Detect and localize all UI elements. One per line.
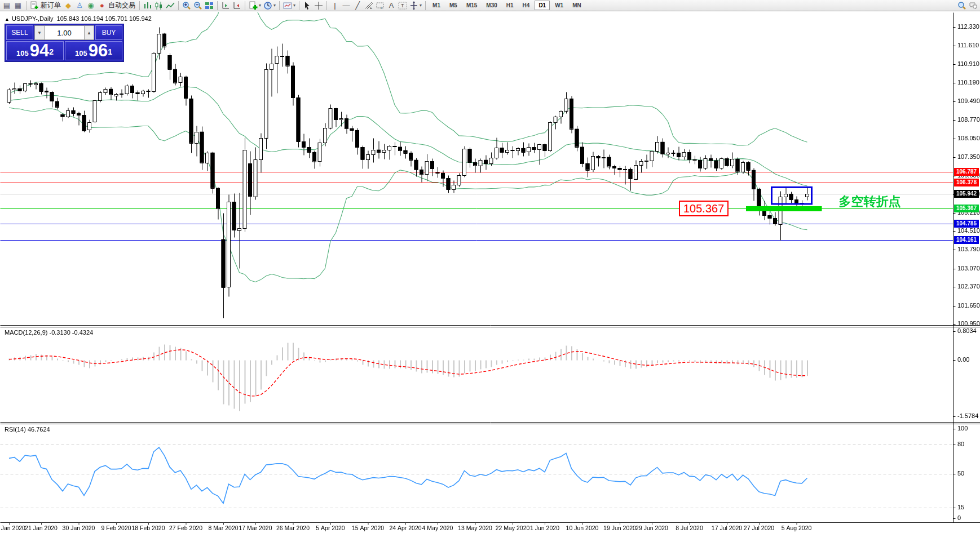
level-price-label[interactable]: 105.367 — [679, 201, 729, 216]
trendline-icon[interactable]: ╱ — [352, 1, 363, 11]
buy-price-small: 105 — [75, 48, 87, 59]
one-click-trading-panel: SELL ▼ 1.00 ▲ BUY 105 94 2 105 96 1 — [5, 24, 124, 62]
macd-indicator-label: MACD(12,26,9) -0.3130 -0.4324 — [5, 329, 93, 336]
price-tag-104.161: 104.161 — [954, 236, 979, 244]
bar-chart-icon[interactable] — [143, 1, 153, 11]
sell-price-big: 94 — [30, 42, 49, 59]
toolbar-separator — [326, 1, 327, 10]
vline-icon[interactable]: | — [330, 1, 340, 11]
price-tag-106.378: 106.378 — [954, 179, 979, 186]
new-order-button-label[interactable]: 新订单 — [41, 1, 61, 10]
svg-text:E: E — [370, 6, 372, 10]
timeframe-button-M5[interactable]: M5 — [445, 1, 461, 10]
price-tag-105.367: 105.367 — [954, 205, 979, 212]
sell-button[interactable]: SELL — [6, 25, 33, 40]
chart-report-icon[interactable]: ▤ — [2, 1, 12, 11]
period-icon[interactable] — [263, 1, 273, 11]
volume-increase-button[interactable]: ▲ — [84, 25, 94, 40]
add-indicator-icon[interactable] — [248, 1, 258, 11]
period-icon-dropdown[interactable]: ▾ — [273, 3, 276, 8]
template-icon[interactable] — [282, 1, 293, 11]
sell-price-sup: 2 — [49, 42, 54, 62]
timeframe-button-MN[interactable]: MN — [568, 1, 585, 10]
rsi-indicator-label: RSI(14) 46.7624 — [5, 426, 50, 433]
price-tag-106.787: 106.787 — [954, 168, 979, 176]
text-icon[interactable]: A — [386, 1, 396, 11]
turning-point-annotation[interactable]: 多空转折点 — [839, 193, 901, 210]
timeframe-button-W1[interactable]: W1 — [551, 1, 567, 10]
buy-price-button[interactable]: 105 96 1 — [65, 41, 122, 60]
fibo-icon[interactable]: E — [364, 1, 374, 11]
chat-icon[interactable] — [968, 1, 978, 11]
shapes-icon-dropdown[interactable]: ▾ — [420, 3, 422, 8]
autotrade-icon[interactable]: ● — [97, 1, 107, 11]
buy-price-sup: 1 — [108, 42, 112, 62]
line-chart-icon[interactable] — [165, 1, 175, 11]
collapse-panel-icon[interactable]: ▲ — [5, 16, 10, 22]
cursor-icon[interactable] — [302, 1, 312, 11]
sell-price-button[interactable]: 105 94 2 — [6, 41, 64, 60]
new-order-doc-icon[interactable] — [29, 1, 39, 11]
price-tag-104.785: 104.785 — [954, 220, 979, 228]
signal-icon[interactable]: ◉ — [86, 1, 96, 11]
template-icon-dropdown[interactable]: ▾ — [293, 3, 295, 8]
main-toolbar: ▤▦新订单◆♙◉●自动交易▾▾▾|—╱EFAT▾M1M5M15M30H1H4D1… — [0, 0, 980, 11]
toolbar-separator — [139, 1, 140, 10]
toolbar-separator — [245, 1, 245, 10]
toolbar-separator — [425, 1, 426, 10]
shapes-icon[interactable] — [409, 1, 419, 11]
svg-text:F: F — [381, 6, 383, 10]
timeframe-button-H1[interactable]: H1 — [502, 1, 518, 10]
search-icon[interactable] — [957, 1, 967, 11]
zoom-in-icon[interactable] — [182, 1, 192, 11]
ohlc-values: 105.843 106.194 105.701 105.942 — [57, 15, 152, 22]
toolbar-separator — [26, 1, 27, 10]
add-indicator-icon-dropdown[interactable]: ▾ — [259, 3, 261, 8]
volume-stepper: ▼ 1.00 ▲ — [34, 25, 94, 40]
toolbar-separator — [299, 1, 299, 10]
volume-decrease-button[interactable]: ▼ — [34, 25, 45, 40]
candle-chart-icon[interactable] — [154, 1, 164, 11]
indicator-window-icon[interactable] — [232, 1, 242, 11]
indicator-list-icon[interactable] — [220, 1, 231, 11]
channel-icon[interactable]: F — [375, 1, 385, 11]
timeframe-button-M1[interactable]: M1 — [429, 1, 444, 10]
toolbar-separator — [217, 1, 218, 10]
data-window-icon[interactable]: ▦ — [13, 1, 23, 11]
crosshair-icon[interactable] — [314, 1, 324, 11]
price-chart-canvas[interactable] — [0, 0, 980, 533]
tile-windows-icon[interactable] — [204, 1, 214, 11]
price-tag-105.942: 105.942 — [954, 190, 979, 198]
label-icon[interactable]: T — [398, 1, 408, 11]
buy-button[interactable]: BUY — [95, 25, 122, 40]
zoom-out-icon[interactable] — [193, 1, 203, 11]
volume-input[interactable]: 1.00 — [45, 25, 84, 40]
timeframe-button-D1[interactable]: D1 — [535, 1, 550, 10]
trading-terminal: ▤▦新订单◆♙◉●自动交易▾▾▾|—╱EFAT▾M1M5M15M30H1H4D1… — [0, 0, 980, 533]
svg-text:T: T — [401, 3, 404, 8]
sell-price-small: 105 — [16, 48, 29, 59]
timeframe-button-M15[interactable]: M15 — [462, 1, 481, 10]
hline-icon[interactable]: — — [341, 1, 351, 11]
toolbar-separator — [178, 1, 179, 10]
toolbar-separator — [279, 1, 280, 10]
gold-icon[interactable]: ◆ — [63, 1, 73, 11]
timeframe-button-H4[interactable]: H4 — [519, 1, 534, 10]
symbol-title: USDJPY-,Daily — [12, 15, 54, 22]
buy-price-big: 96 — [89, 42, 108, 59]
community-icon[interactable]: ♙ — [74, 1, 85, 11]
timeframe-button-M30[interactable]: M30 — [482, 1, 501, 10]
chart-title: ▲USDJPY-,Daily 105.843 106.194 105.701 1… — [5, 15, 152, 22]
autotrade-button-label[interactable]: 自动交易 — [108, 1, 135, 10]
